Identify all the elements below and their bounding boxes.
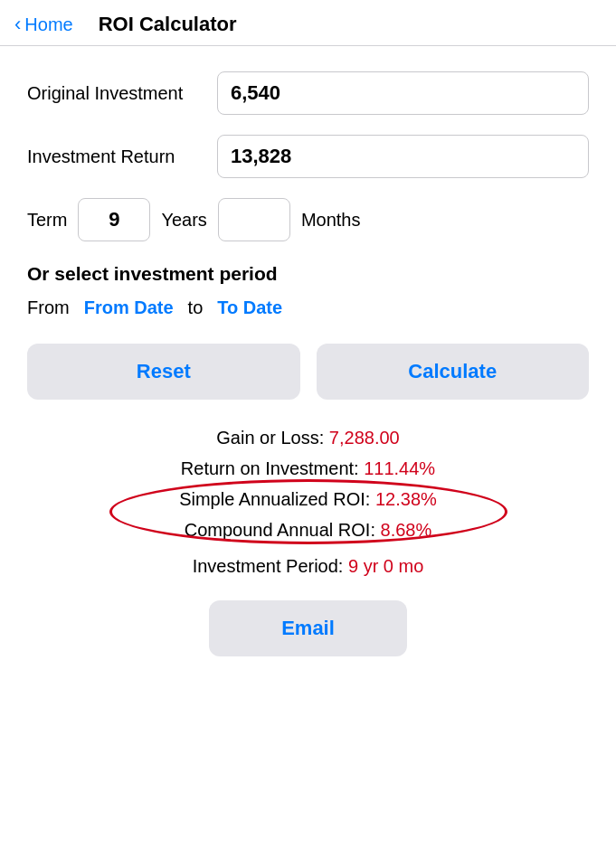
- roi-value: 111.44%: [364, 458, 435, 478]
- period-result-value: 9 yr 0 mo: [348, 556, 423, 576]
- period-title: Or select investment period: [27, 263, 589, 285]
- main-content: Original Investment Investment Return Te…: [0, 46, 616, 684]
- term-label: Term: [27, 210, 67, 231]
- email-button[interactable]: Email: [209, 600, 407, 656]
- reset-button[interactable]: Reset: [27, 344, 300, 400]
- investment-return-row: Investment Return: [27, 135, 589, 178]
- from-label: From: [27, 297, 70, 318]
- years-unit-label: Years: [161, 210, 206, 231]
- gain-loss-row: Gain or Loss: 7,288.00: [27, 425, 589, 450]
- to-date-button[interactable]: To Date: [217, 297, 282, 318]
- investment-return-label: Investment Return: [27, 146, 217, 167]
- term-months-input[interactable]: [218, 198, 290, 241]
- simple-roi-value: 12.38%: [375, 489, 437, 509]
- back-chevron-icon: ‹: [14, 13, 21, 36]
- back-label: Home: [24, 14, 72, 35]
- period-row-result: Investment Period: 9 yr 0 mo: [27, 553, 589, 579]
- action-buttons: Reset Calculate: [27, 344, 589, 400]
- circled-results: Simple Annualized ROI: 12.38% Compound A…: [27, 486, 589, 548]
- gain-loss-value: 7,288.00: [329, 428, 400, 448]
- roi-row: Return on Investment: 111.44%: [27, 456, 589, 481]
- roi-label: Return on Investment:: [181, 458, 359, 478]
- simple-roi-row: Simple Annualized ROI: 12.38%: [27, 486, 589, 512]
- investment-return-input[interactable]: [217, 135, 589, 178]
- to-label: to: [188, 297, 204, 318]
- page-title: ROI Calculator: [99, 13, 237, 36]
- original-investment-row: Original Investment: [27, 71, 589, 115]
- results-section: Gain or Loss: 7,288.00 Return on Investm…: [27, 425, 589, 579]
- compound-roi-row: Compound Annual ROI: 8.68%: [27, 517, 589, 542]
- gain-loss-label: Gain or Loss:: [216, 428, 324, 448]
- compound-roi-value: 8.68%: [381, 520, 432, 540]
- original-investment-input[interactable]: [217, 71, 589, 115]
- period-row: From From Date to To Date: [27, 297, 589, 318]
- back-button[interactable]: ‹ Home: [14, 13, 73, 36]
- period-result-label: Investment Period:: [193, 556, 344, 576]
- compound-roi-label: Compound Annual ROI:: [185, 520, 375, 540]
- term-years-input[interactable]: [78, 198, 150, 241]
- calculate-button[interactable]: Calculate: [317, 344, 590, 400]
- months-unit-label: Months: [301, 210, 361, 231]
- original-investment-label: Original Investment: [27, 83, 217, 104]
- simple-roi-label: Simple Annualized ROI:: [179, 489, 370, 509]
- term-row: Term Years Months: [27, 198, 589, 241]
- email-button-wrap: Email: [27, 600, 589, 656]
- from-date-button[interactable]: From Date: [84, 297, 174, 318]
- app-header: ‹ Home ROI Calculator: [0, 0, 616, 46]
